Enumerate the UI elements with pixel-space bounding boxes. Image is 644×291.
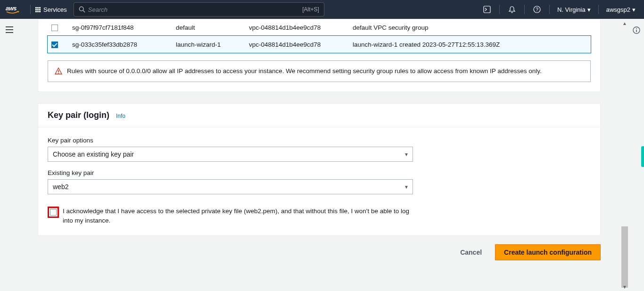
region-label: N. Virginia [557,6,586,13]
search-icon [79,6,85,13]
sg-name-cell: launch-wizard-1 [172,36,245,52]
row-checkbox[interactable] [51,25,58,31]
security-warning: Rules with source of 0.0.0.0/0 allow all… [48,60,591,82]
info-panel-icon[interactable] [633,26,640,34]
select-value: Choose an existing key pair [53,150,134,158]
cancel-button[interactable]: Cancel [452,244,490,260]
nav-divider [524,5,525,14]
username-label: awsgsp2 [606,6,630,13]
caret-down-icon: ▾ [587,6,591,13]
scrollbar-thumb[interactable] [621,226,628,288]
grid-icon [35,7,41,12]
cloudshell-icon[interactable] [479,2,495,17]
key-pair-header: Key pair (login) Info [38,104,600,127]
svg-rect-3 [484,6,490,13]
services-label: Services [43,6,67,13]
nav-divider [499,5,500,14]
notifications-icon[interactable] [504,2,520,17]
content-area: sg-0f97f97cf7181f848 default vpc-048814d… [19,19,629,291]
existing-key-pair-select[interactable]: web2 ▼ [48,179,413,194]
key-pair-title: Key pair (login) [48,110,109,120]
search-box[interactable]: [Alt+S] [74,2,324,17]
acknowledge-checkbox[interactable] [50,209,57,216]
region-selector[interactable]: N. Virginia ▾ [554,6,594,13]
sg-desc-cell: launch-wizard-1 created 2023-05-27T12:55… [349,36,591,52]
acknowledge-row: I acknowledge that I have access to the … [48,207,591,226]
services-button[interactable]: Services [35,6,67,13]
account-menu[interactable]: awsgsp2 ▾ [603,6,638,13]
create-launch-configuration-button[interactable]: Create launch configuration [495,244,601,260]
select-value: web2 [53,183,68,191]
aws-logo[interactable]: aws [6,5,22,14]
scroll-up-icon[interactable]: ▲ [620,19,629,27]
scrollbar-track[interactable]: ▲ ▼ [620,19,629,291]
left-rail [0,19,19,291]
security-groups-panel: sg-0f97f97cf7181f848 default vpc-048814d… [38,19,601,92]
svg-point-10 [636,28,637,29]
acknowledge-highlight [48,207,59,218]
footer-actions: Cancel Create launch configuration [38,236,601,264]
nav-divider [549,5,550,14]
svg-line-2 [83,10,85,12]
warning-text: Rules with source of 0.0.0.0/0 allow all… [67,67,542,76]
table-row[interactable]: sg-0f97f97cf7181f848 default vpc-048814d… [48,19,591,36]
key-pair-panel: Key pair (login) Info Key pair options C… [38,103,601,236]
caret-down-icon: ▼ [404,152,409,157]
security-groups-table: sg-0f97f97cf7181f848 default vpc-048814d… [48,19,591,53]
scroll-down-icon[interactable]: ▼ [620,283,629,291]
key-pair-options-select[interactable]: Choose an existing key pair ▼ [48,147,413,162]
row-checkbox[interactable] [51,42,58,48]
sg-name-cell: default [172,19,245,36]
svg-point-1 [79,7,83,11]
svg-text:aws: aws [6,5,17,12]
feedback-tab[interactable] [641,146,644,167]
nav-divider [30,5,31,14]
top-nav: aws Services [Alt+S] ? N. Virginia ▾ aws… [0,0,644,19]
svg-text:?: ? [536,7,538,12]
warning-icon [55,67,62,76]
search-shortcut-hint: [Alt+S] [302,6,319,13]
key-pair-options-label: Key pair options [48,137,591,144]
info-link[interactable]: Info [116,113,125,119]
search-input[interactable] [88,6,302,13]
sg-desc-cell: default VPC security group [349,19,591,36]
acknowledge-text: I acknowledge that I have access to the … [63,207,421,226]
menu-toggle-icon[interactable] [6,26,13,33]
caret-down-icon: ▾ [632,6,636,13]
sg-id-cell: sg-0f97f97cf7181f848 [68,19,172,36]
nav-divider [598,5,599,14]
existing-key-pair-label: Existing key pair [48,169,591,176]
help-icon[interactable]: ? [529,2,545,17]
sg-id-cell: sg-033c35fef33db2878 [68,36,172,52]
table-row[interactable]: sg-033c35fef33db2878 launch-wizard-1 vpc… [48,36,591,52]
sg-vpc-cell: vpc-048814d1b4ee9cd78 [245,36,349,52]
svg-point-13 [58,73,59,74]
sg-vpc-cell: vpc-048814d1b4ee9cd78 [245,19,349,36]
caret-down-icon: ▼ [404,184,409,190]
